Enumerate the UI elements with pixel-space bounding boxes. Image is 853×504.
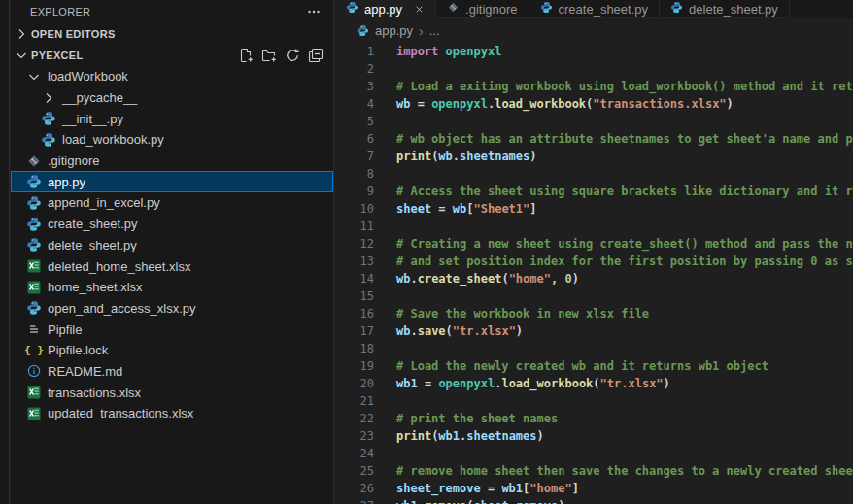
code-line-4[interactable]: 4wb = openpyxl.load_workbook("transactio… — [335, 95, 853, 113]
tree-item-delete-sheet-py[interactable]: delete_sheet.py — [11, 235, 333, 256]
code-line-content: wb.save("tr.xlsx") — [374, 322, 523, 340]
python-icon — [540, 1, 553, 17]
tree-item-label: Pipfile — [48, 322, 82, 337]
code-line-19[interactable]: 19# Load the newly created wb and it ret… — [335, 357, 853, 375]
code-line-13[interactable]: 13# and set position index for the first… — [335, 252, 853, 270]
line-number: 1 — [335, 43, 374, 60]
new-file-icon[interactable] — [236, 46, 256, 65]
line-number: 16 — [335, 305, 374, 322]
tab-gitignore[interactable]: .gitignore — [436, 0, 529, 18]
code-line-9[interactable]: 9# Access the sheet using square bracket… — [335, 183, 853, 200]
code-line-5[interactable]: 5 — [335, 113, 853, 130]
code-line-6[interactable]: 6# wb object has an attribute sheetnames… — [335, 130, 853, 148]
breadcrumb-file[interactable]: app.py — [375, 23, 413, 38]
collapse-all-icon[interactable] — [306, 46, 325, 65]
code-line-26[interactable]: 26sheet_remove = wb1["home"] — [335, 480, 853, 497]
line-number: 8 — [335, 165, 374, 183]
close-icon[interactable] — [414, 4, 425, 15]
tree-item-create-sheet-py[interactable]: create_sheet.py — [11, 214, 333, 235]
code-line-24[interactable]: 24 — [335, 445, 853, 462]
code-line-content: print(wb1.sheetnames) — [374, 427, 544, 445]
line-number: 26 — [335, 480, 374, 497]
code-line-16[interactable]: 16# Save the workbook in new xlsx file — [335, 305, 853, 322]
tree-item-transactions-xlsx[interactable]: transactions.xlsx — [11, 382, 333, 403]
code-line-27[interactable]: 27wb1.remove(sheet_remove) — [335, 497, 853, 504]
code-line-7[interactable]: 7print(wb.sheetnames) — [335, 148, 853, 165]
tree-item-pycache[interactable]: __pycache__ — [11, 87, 333, 109]
line-number: 25 — [335, 462, 374, 480]
tree-item-label: __init__.py — [62, 112, 123, 126]
code-line-21[interactable]: 21 — [335, 392, 853, 410]
tree-item-append-in-excel-py[interactable]: append_in_excel.py — [11, 192, 333, 214]
tree-item-app-py[interactable]: app.py — [11, 171, 333, 192]
tree-item-gitignore[interactable]: .gitignore — [11, 151, 333, 172]
ellipsis-icon[interactable] — [304, 2, 324, 21]
tree-item-label: deleted_home_sheet.xlsx — [48, 259, 190, 274]
section-pyexcel[interactable]: PYEXCEL — [11, 45, 333, 66]
breadcrumb-separator: › — [419, 24, 424, 38]
tab-create-sheet-py[interactable]: create_sheet.py — [529, 0, 661, 18]
line-number: 14 — [335, 270, 374, 287]
tree-item-label: README.md — [48, 364, 122, 379]
tree-item-deleted-home-sheet-xlsx[interactable]: deleted_home_sheet.xlsx — [11, 255, 333, 277]
info-icon — [26, 363, 42, 379]
code-line-20[interactable]: 20wb1 = openpyxl.load_workbook("tr.xlsx"… — [335, 375, 853, 392]
code-line-22[interactable]: 22# print the sheet names — [335, 410, 853, 427]
excel-icon — [26, 385, 42, 400]
code-line-14[interactable]: 14wb.create_sheet("home", 0) — [335, 270, 853, 287]
code-line-10[interactable]: 10sheet = wb["Sheet1"] — [335, 200, 853, 218]
code-line-content: wb.create_sheet("home", 0) — [374, 270, 579, 287]
breadcrumb-more[interactable]: ... — [429, 23, 440, 38]
code-line-8[interactable]: 8 — [335, 165, 853, 183]
code-line-11[interactable]: 11 — [335, 218, 853, 235]
tab-app-py[interactable]: app.py — [335, 0, 436, 18]
tree-item-pipfile[interactable]: Pipfile — [11, 319, 333, 340]
breadcrumb: app.py › ... — [335, 18, 853, 43]
refresh-icon[interactable] — [283, 46, 302, 65]
code-line-content: # and set position index for the first p… — [374, 252, 853, 270]
tree-item-pipfile-lock[interactable]: { }Pipfile.lock — [11, 340, 333, 361]
tree-item-label: Pipfile.lock — [48, 343, 108, 357]
excel-icon — [26, 280, 42, 295]
code-line-2[interactable]: 2 — [335, 60, 853, 78]
code-line-25[interactable]: 25# remove home sheet then save the chan… — [335, 462, 853, 480]
code-line-3[interactable]: 3# Load a exiting workbook using load_wo… — [335, 78, 853, 95]
tree-item-loadworkbook[interactable]: loadWorkbook — [11, 66, 333, 87]
python-icon — [26, 174, 42, 189]
tree-item-open-and-access-xlsx-py[interactable]: open_and_access_xlsx.py — [11, 298, 333, 319]
tree-item-load-workbook-py[interactable]: load_workbook.py — [11, 129, 333, 151]
line-number: 27 — [335, 497, 374, 504]
explorer-sidebar: EXPLORER OPEN EDITORS PYEXCEL loadWorkbo… — [11, 0, 334, 504]
code-line-1[interactable]: 1import openpyxl — [335, 43, 853, 60]
code-editor[interactable]: 1import openpyxl23# Load a exiting workb… — [335, 43, 853, 504]
line-number: 5 — [335, 113, 374, 130]
code-line-18[interactable]: 18 — [335, 340, 853, 357]
tree-item-init-py[interactable]: __init__.py — [11, 108, 333, 129]
python-icon — [26, 195, 42, 211]
python-icon — [41, 111, 56, 126]
line-number: 19 — [335, 357, 374, 375]
code-line-content: # remove home sheet then save the change… — [374, 462, 853, 480]
code-line-23[interactable]: 23print(wb1.sheetnames) — [335, 427, 853, 445]
pipfile-icon — [26, 321, 42, 337]
python-icon — [26, 217, 42, 232]
section-open-editors[interactable]: OPEN EDITORS — [11, 23, 333, 45]
code-line-15[interactable]: 15 — [335, 287, 853, 305]
code-line-12[interactable]: 12# Creating a new sheet using create_sh… — [335, 235, 853, 252]
new-folder-icon[interactable] — [259, 46, 279, 65]
tree-item-home-sheet-xlsx[interactable]: home_sheet.xlsx — [11, 277, 333, 298]
tree-item-label: .gitignore — [48, 153, 99, 168]
tree-item-label: __pycache__ — [62, 90, 137, 105]
tab-delete-sheet-py[interactable]: delete_sheet.py — [660, 0, 790, 18]
code-line-content — [374, 60, 396, 78]
tree-item-updated-transactions-xlsx[interactable]: updated_transactions.xlsx — [11, 403, 333, 424]
code-line-17[interactable]: 17wb.save("tr.xlsx") — [335, 322, 853, 340]
python-icon — [26, 237, 42, 252]
chevron-right-icon — [14, 26, 29, 42]
chevron-down-icon — [14, 48, 29, 63]
line-number: 7 — [335, 148, 374, 165]
chevron-right-icon — [41, 90, 56, 106]
tree-item-readme-md[interactable]: README.md — [11, 361, 333, 383]
code-line-content: wb1.remove(sheet_remove) — [374, 497, 564, 504]
line-number: 13 — [335, 252, 374, 270]
